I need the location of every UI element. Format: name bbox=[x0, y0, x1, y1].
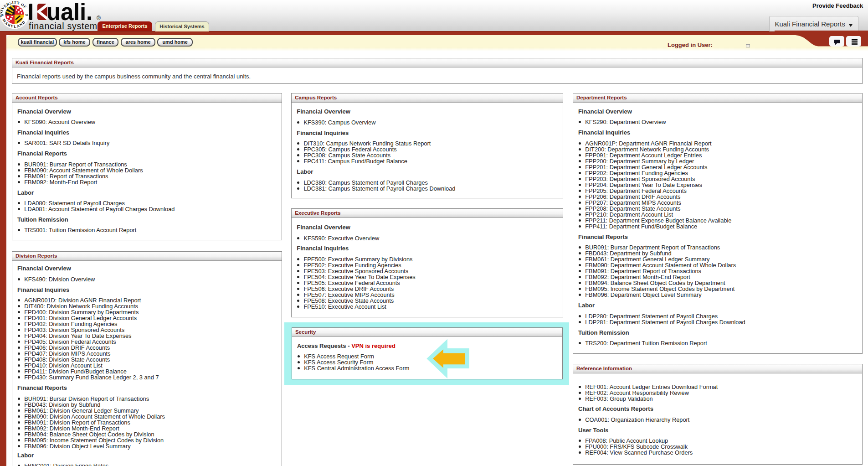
svg-text:56: 56 bbox=[26, 13, 29, 16]
svg-text:18: 18 bbox=[0, 13, 4, 16]
